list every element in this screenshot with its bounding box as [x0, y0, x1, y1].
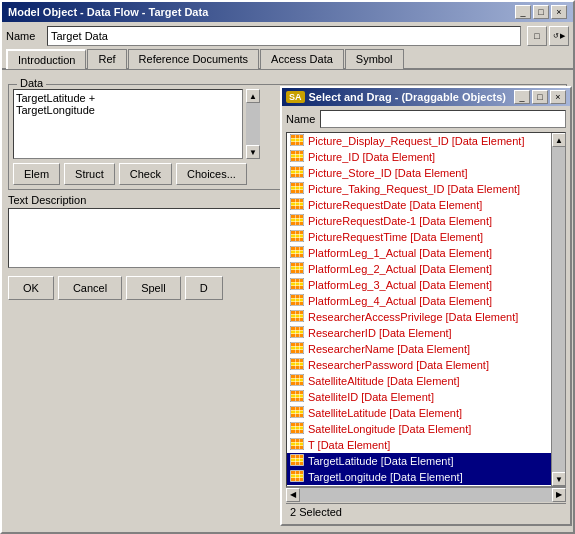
- list-item[interactable]: Picture_ID [Data Element]: [287, 149, 551, 165]
- list-item[interactable]: PictureRequestTargetLocation [Data Struc…: [287, 485, 551, 486]
- list-item[interactable]: SatelliteLatitude [Data Element]: [287, 405, 551, 421]
- svg-rect-122: [296, 327, 300, 330]
- data-textarea[interactable]: TargetLatitude + TargetLongitude: [13, 89, 243, 159]
- list-item[interactable]: ResearcherID [Data Element]: [287, 325, 551, 341]
- list-item[interactable]: SatelliteLongitude [Data Element]: [287, 421, 551, 437]
- list-item[interactable]: SatelliteID [Data Element]: [287, 389, 551, 405]
- svg-rect-163: [300, 391, 303, 394]
- drag-close-button[interactable]: ×: [550, 90, 566, 104]
- data-group-label: Data: [17, 77, 46, 89]
- list-item[interactable]: PictureRequestTime [Data Element]: [287, 229, 551, 245]
- list-item-text: PlatformLeg_3_Actual [Data Element]: [308, 279, 492, 291]
- svg-rect-166: [300, 395, 303, 398]
- data-element-icon: [290, 246, 304, 260]
- svg-rect-99: [300, 286, 303, 289]
- ok-button[interactable]: OK: [8, 276, 54, 300]
- drag-title-buttons: _ □ ×: [514, 90, 566, 104]
- list-container: Picture_Display_Request_ID [Data Element…: [286, 132, 566, 487]
- list-item-text: SatelliteLongitude [Data Element]: [308, 423, 471, 435]
- list-item-text: Picture_Display_Request_ID [Data Element…: [308, 135, 524, 147]
- svg-rect-151: [291, 375, 295, 378]
- list-item[interactable]: PlatformLeg_3_Actual [Data Element]: [287, 277, 551, 293]
- status-text: 2 Selected: [290, 506, 342, 518]
- list-scroll-down[interactable]: ▼: [552, 472, 566, 486]
- svg-rect-134: [291, 347, 295, 350]
- list-item[interactable]: ResearcherName [Data Element]: [287, 341, 551, 357]
- svg-rect-21: [291, 167, 295, 170]
- data-scroll-up[interactable]: ▲: [246, 89, 260, 103]
- svg-rect-167: [291, 398, 295, 401]
- list-item[interactable]: PictureRequestDate [Data Element]: [287, 197, 551, 213]
- name-input[interactable]: [47, 26, 521, 46]
- tab-introduction[interactable]: Introduction: [6, 49, 86, 69]
- list-item[interactable]: TargetLongitude [Data Element]: [287, 469, 551, 485]
- elem-button[interactable]: Elem: [13, 163, 60, 185]
- list-item-text: PictureRequestTime [Data Element]: [308, 231, 483, 243]
- svg-rect-101: [291, 295, 295, 298]
- list-item[interactable]: TargetLatitude [Data Element]: [287, 453, 551, 469]
- d-button[interactable]: D: [185, 276, 223, 300]
- list-item[interactable]: Picture_Display_Request_ID [Data Element…: [287, 133, 551, 149]
- cancel-button[interactable]: Cancel: [58, 276, 122, 300]
- list-hscroll-track[interactable]: [300, 488, 552, 502]
- list-item[interactable]: ResearcherPassword [Data Element]: [287, 357, 551, 373]
- tab-access-data[interactable]: Access Data: [260, 49, 344, 69]
- check-button[interactable]: Check: [119, 163, 172, 185]
- list-hscroll-left[interactable]: ◀: [286, 488, 300, 502]
- list-item[interactable]: PictureRequestDate-1 [Data Element]: [287, 213, 551, 229]
- tab-reference-documents[interactable]: Reference Documents: [128, 49, 259, 69]
- svg-rect-168: [296, 398, 300, 401]
- list-item[interactable]: T [Data Element]: [287, 437, 551, 453]
- tab-symbol[interactable]: Symbol: [345, 49, 404, 69]
- svg-rect-2: [296, 135, 300, 138]
- svg-rect-57: [291, 222, 295, 225]
- svg-rect-61: [291, 231, 295, 234]
- svg-rect-75: [296, 251, 300, 254]
- list-item[interactable]: PlatformLeg_4_Actual [Data Element]: [287, 293, 551, 309]
- list-item[interactable]: Picture_Taking_Request_ID [Data Element]: [287, 181, 551, 197]
- spell-button[interactable]: Spell: [126, 276, 180, 300]
- svg-rect-105: [296, 299, 300, 302]
- list-hscroll-right[interactable]: ▶: [552, 488, 566, 502]
- list-item[interactable]: ResearcherAccessPrivilege [Data Element]: [287, 309, 551, 325]
- svg-rect-188: [296, 430, 300, 433]
- list-scroll-up[interactable]: ▲: [552, 133, 566, 147]
- struct-button[interactable]: Struct: [64, 163, 115, 185]
- list-scroll-track[interactable]: [552, 147, 565, 472]
- svg-rect-78: [296, 254, 300, 257]
- list-item-text: TargetLatitude [Data Element]: [308, 455, 454, 467]
- drag-name-input[interactable]: [320, 110, 566, 128]
- svg-rect-189: [300, 430, 303, 433]
- svg-rect-175: [296, 411, 300, 414]
- svg-rect-52: [296, 215, 300, 218]
- svg-rect-89: [300, 270, 303, 273]
- choices-button[interactable]: Choices...: [176, 163, 247, 185]
- maximize-button[interactable]: □: [533, 5, 549, 19]
- svg-rect-62: [296, 231, 300, 234]
- drag-minimize-button[interactable]: _: [514, 90, 530, 104]
- list-item[interactable]: PlatformLeg_1_Actual [Data Element]: [287, 245, 551, 261]
- svg-rect-112: [296, 311, 300, 314]
- svg-rect-177: [291, 414, 295, 417]
- name-copy-button[interactable]: □: [527, 26, 547, 46]
- drag-window-title: SA Select and Drag - (Draggable Objects): [286, 91, 506, 103]
- minimize-button[interactable]: _: [515, 5, 531, 19]
- sa-badge: SA: [286, 91, 305, 103]
- svg-rect-17: [291, 158, 295, 161]
- svg-rect-77: [291, 254, 295, 257]
- tab-ref[interactable]: Ref: [87, 49, 126, 69]
- close-button[interactable]: ×: [551, 5, 567, 19]
- data-scroll-down[interactable]: ▼: [246, 145, 260, 159]
- svg-rect-204: [291, 459, 295, 462]
- svg-rect-6: [300, 139, 303, 142]
- list-item[interactable]: Picture_Store_ID [Data Element]: [287, 165, 551, 181]
- list-item[interactable]: SatelliteAltitude [Data Element]: [287, 373, 551, 389]
- svg-rect-93: [300, 279, 303, 282]
- drag-maximize-button[interactable]: □: [532, 90, 548, 104]
- data-element-icon: [290, 134, 304, 148]
- list-item-text: PictureRequestDate-1 [Data Element]: [308, 215, 492, 227]
- svg-rect-169: [300, 398, 303, 401]
- name-options-button[interactable]: ↺▶: [549, 26, 569, 46]
- list-item[interactable]: PlatformLeg_2_Actual [Data Element]: [287, 261, 551, 277]
- drag-name-label: Name: [286, 113, 316, 125]
